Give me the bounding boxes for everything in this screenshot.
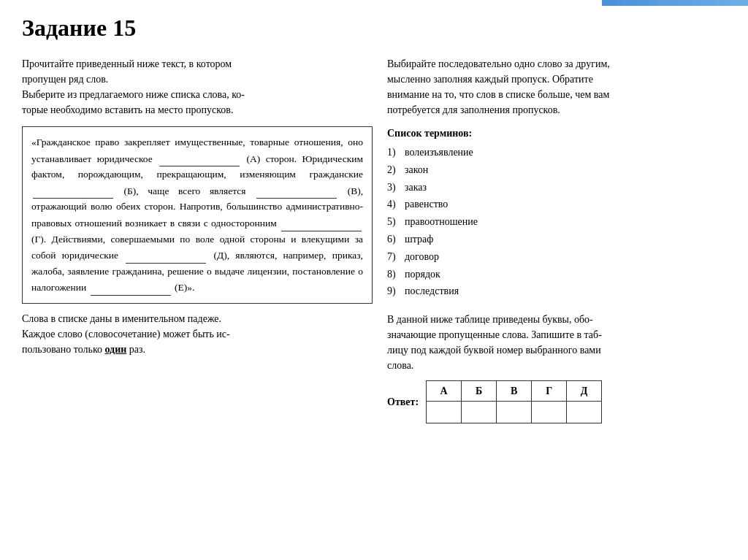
answer-cell-v[interactable] xyxy=(497,402,532,423)
blank-v xyxy=(256,183,337,199)
answer-table: А Б В Г Д xyxy=(426,380,602,423)
list-item: 4) равенство xyxy=(387,196,723,213)
terms-list: 1) волеизъявление 2) закон 3) заказ 4) р… xyxy=(387,144,723,300)
term-num-3: 3) xyxy=(387,179,405,196)
list-item: 2) закон xyxy=(387,161,723,179)
main-text-box: «Гражданское право закрепляет имуществен… xyxy=(22,126,373,304)
text-part-7: (Е)». xyxy=(172,282,195,293)
terms-title: Список терминов: xyxy=(387,128,723,139)
list-item: 5) правоотношение xyxy=(387,213,723,231)
right-column: Выбирайте последовательно одно слово за … xyxy=(387,56,723,423)
term-6: штраф xyxy=(405,231,433,248)
content-area: Прочитайте приведенный ниже текст, в кот… xyxy=(22,56,726,423)
term-8: порядок xyxy=(405,266,440,283)
term-4: равенство xyxy=(405,196,448,213)
answer-label: Ответ: xyxy=(387,396,419,408)
term-num-8: 8) xyxy=(387,266,405,283)
footer-text: Слова в списке даны в именительном падеж… xyxy=(22,311,373,357)
answer-section: Ответ: А Б В Г Д xyxy=(387,380,723,423)
blank-a xyxy=(159,150,240,167)
list-item: 7) договор xyxy=(387,248,723,266)
blank-b xyxy=(33,183,113,199)
blank-d xyxy=(126,247,206,264)
list-item: 9) последствия xyxy=(387,283,723,300)
col-header-v: В xyxy=(497,381,532,402)
term-2: закон xyxy=(405,161,428,179)
answer-cell-b[interactable] xyxy=(462,402,497,423)
term-num-5: 5) xyxy=(387,213,405,231)
list-item: 1) волеизъявление xyxy=(387,144,723,161)
table-instruction: В данной ниже таблице приведены буквы, о… xyxy=(387,312,723,373)
col-header-a: А xyxy=(427,381,462,402)
left-column: Прочитайте приведенный ниже текст, в кот… xyxy=(22,56,373,357)
left-intro: Прочитайте приведенный ниже текст, в кот… xyxy=(22,56,373,118)
answer-cell-a[interactable] xyxy=(427,402,462,423)
text-part-3: (Б), чаще всего является xyxy=(115,185,255,196)
col-header-b: Б xyxy=(462,381,497,402)
term-num-1: 1) xyxy=(387,144,405,161)
col-header-g: Г xyxy=(532,381,567,402)
blank-e xyxy=(91,279,171,296)
list-item: 3) заказ xyxy=(387,179,723,196)
top-bar xyxy=(602,0,748,6)
col-header-d: Д xyxy=(567,381,602,402)
answer-cell-d[interactable] xyxy=(567,402,602,423)
term-num-7: 7) xyxy=(387,248,405,266)
term-1: волеизъявление xyxy=(405,144,473,161)
answer-cell-g[interactable] xyxy=(532,402,567,423)
blank-g xyxy=(281,215,362,231)
list-item: 6) штраф xyxy=(387,231,723,248)
term-num-9: 9) xyxy=(387,283,405,300)
term-num-6: 6) xyxy=(387,231,405,248)
page-title: Задание 15 xyxy=(22,15,726,42)
term-5: правоотношение xyxy=(405,213,478,231)
term-num-2: 2) xyxy=(387,161,405,179)
term-7: договор xyxy=(405,248,439,266)
list-item: 8) порядок xyxy=(387,266,723,283)
term-3: заказ xyxy=(405,179,427,196)
one-underline: один xyxy=(104,344,126,355)
term-9: последствия xyxy=(405,283,459,300)
right-intro: Выбирайте последовательно одно слово за … xyxy=(387,56,723,118)
term-num-4: 4) xyxy=(387,196,405,213)
